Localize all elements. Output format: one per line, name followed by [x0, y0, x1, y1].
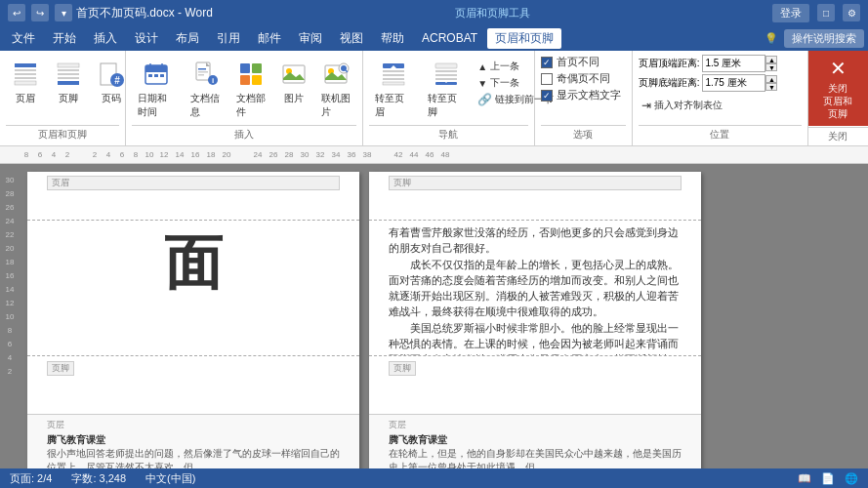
- status-bar: 页面: 2/4 字数: 3,248 中文(中国) 📖 📄 🌐: [0, 468, 868, 488]
- footer-bottom-arrows: ▲ ▼: [765, 75, 777, 91]
- show-doc-text-label: 显示文档文字: [557, 88, 621, 102]
- menu-bar: 文件 开始 插入 设计 布局 引用 邮件 审阅 视图 帮助 ACROBAT 页眉…: [0, 25, 868, 51]
- page-num-label: 页码: [102, 92, 121, 105]
- header-icon: [10, 59, 41, 90]
- menu-layout[interactable]: 布局: [168, 28, 207, 49]
- doc-info-btn[interactable]: i 文档信息: [185, 55, 227, 123]
- ruler-mark: 18: [203, 150, 219, 159]
- odd-even-label: 奇偶页不同: [557, 71, 610, 86]
- header-top-down[interactable]: ▼: [765, 63, 777, 71]
- svg-rect-31: [283, 65, 305, 83]
- view-web[interactable]: 🌐: [845, 472, 858, 485]
- menu-help[interactable]: 帮助: [373, 28, 412, 49]
- ruler-mark: 44: [406, 150, 422, 159]
- page1-footer: 页脚: [27, 355, 359, 414]
- goto-footer-btn[interactable]: 转至页脚: [422, 55, 471, 123]
- svg-rect-2: [15, 73, 36, 75]
- undo-btn[interactable]: ↩: [8, 4, 25, 21]
- menu-home[interactable]: 开始: [45, 28, 84, 49]
- ruler-mark: 46: [422, 150, 437, 159]
- ruler-mark: 10: [143, 150, 156, 159]
- svg-rect-39: [383, 70, 404, 72]
- margin-20: 20: [0, 242, 20, 256]
- ruler-mark: 36: [344, 150, 359, 159]
- nav-section-title: 导航: [369, 125, 527, 142]
- search-box[interactable]: 操作说明搜索: [784, 29, 864, 48]
- page1-big-char: 面: [47, 224, 340, 303]
- view-read[interactable]: 📖: [798, 472, 811, 485]
- settings-icon[interactable]: ⚙: [843, 4, 860, 21]
- footer-label: 页脚: [59, 92, 78, 105]
- svg-rect-22: [198, 68, 206, 70]
- ribbon-section-position: 页眉顶端距离: ▲ ▼ 页脚底端距离: ▲ ▼: [633, 51, 808, 145]
- min-btn[interactable]: □: [817, 4, 835, 21]
- header-btn[interactable]: 页眉: [6, 55, 45, 109]
- close-section-title: 关闭: [808, 127, 868, 145]
- page-2[interactable]: 页脚 有着曹雪芹般家世没落的经历，否则他更多的只会感觉到身边的朋友对自己都很好。…: [369, 172, 701, 478]
- margin-18: 18: [0, 256, 20, 269]
- ruler-mark: 2: [61, 150, 74, 159]
- menu-design[interactable]: 设计: [127, 28, 166, 49]
- first-diff-option[interactable]: ✓ 首页不同: [541, 55, 626, 69]
- footer-bottom-input[interactable]: [702, 74, 765, 92]
- margin-8: 8: [0, 324, 20, 338]
- ruler-mark: 42: [391, 150, 406, 159]
- goto-header-label: 转至页眉: [375, 92, 412, 119]
- page2-footer-label: 页脚: [389, 361, 416, 376]
- odd-even-option[interactable]: 奇偶页不同: [541, 71, 626, 86]
- online-pic-btn[interactable]: 联机图片: [315, 55, 357, 123]
- datetime-btn[interactable]: 日期和时间: [132, 55, 181, 123]
- footer-btn[interactable]: 页脚: [49, 55, 88, 109]
- goto-header-btn[interactable]: 转至页眉: [369, 55, 418, 123]
- svg-rect-5: [58, 63, 79, 67]
- close-label: 关闭页眉和页脚: [820, 82, 856, 120]
- doc-parts-btn[interactable]: 文档部件: [230, 55, 272, 123]
- svg-rect-40: [383, 74, 404, 76]
- svg-rect-24: [198, 74, 204, 76]
- show-doc-text-option[interactable]: ✓ 显示文档文字: [541, 88, 626, 102]
- menu-header-footer[interactable]: 页眉和页脚: [487, 28, 561, 49]
- close-hf-btn[interactable]: ✕ 关闭页眉和页脚: [808, 51, 868, 126]
- view-layout[interactable]: 📄: [821, 472, 835, 485]
- menu-file[interactable]: 文件: [4, 28, 43, 49]
- options-section-title: 选项: [541, 125, 626, 142]
- margin-2: 2: [0, 365, 20, 379]
- ruler-mark: 38: [359, 150, 375, 159]
- odd-even-checkbox[interactable]: [541, 73, 553, 85]
- ruler-mark: 16: [187, 150, 203, 159]
- header-top-input[interactable]: [702, 55, 765, 72]
- menu-acrobat[interactable]: ACROBAT: [414, 29, 485, 47]
- search-area: 💡 操作说明搜索: [765, 29, 864, 48]
- picture-btn[interactable]: 图片: [275, 55, 310, 109]
- doc-parts-icon: [235, 59, 267, 90]
- insert-buttons: 日期和时间 i 文档信息: [132, 55, 356, 125]
- page1-layer-label: 页层: [47, 419, 64, 431]
- margin-22: 22: [0, 228, 20, 242]
- footer-bottom-down[interactable]: ▼: [765, 83, 777, 91]
- word-count: 字数: 3,248: [71, 471, 126, 486]
- insert-tab-label: 插入对齐制表位: [654, 99, 723, 112]
- redo-btn[interactable]: ↪: [31, 4, 49, 21]
- menu-insert[interactable]: 插入: [86, 28, 125, 49]
- show-doc-text-checkbox[interactable]: ✓: [541, 90, 553, 102]
- svg-rect-44: [435, 70, 457, 72]
- ruler-mark: 30: [297, 150, 312, 159]
- first-diff-checkbox[interactable]: ✓: [541, 57, 553, 68]
- app-section: 页眉和页脚工具: [455, 6, 530, 20]
- page1-content[interactable]: 面: [27, 221, 359, 355]
- header-top-up[interactable]: ▲: [765, 56, 777, 63]
- ruler-mark: 32: [312, 150, 328, 159]
- menu-mail[interactable]: 邮件: [250, 28, 289, 49]
- footer-bottom-up[interactable]: ▲: [765, 75, 777, 83]
- page2-para3: 美国总统罗斯福小时候非常胆小。他的脸上经常显现出一种恐惧的表情。在上课的时候，他…: [389, 322, 679, 355]
- margin-numbers: 30 28 26 24 22 20 18 16 14 12 10 8 6 4 2: [0, 164, 20, 379]
- customize-btn[interactable]: ▾: [55, 4, 72, 21]
- page-1[interactable]: 页眉 面 页脚 页层 腾飞教育课堂 很小声地回答老师提出的问题，然后像泄了气的皮…: [27, 172, 359, 478]
- insert-tab-btn[interactable]: ⇥ 插入对齐制表位: [639, 98, 802, 113]
- menu-references[interactable]: 引用: [209, 28, 248, 49]
- menu-review[interactable]: 审阅: [291, 28, 330, 49]
- header-top-row: 页眉顶端距离: ▲ ▼: [639, 55, 802, 72]
- page2-content[interactable]: 有着曹雪芹般家世没落的经历，否则他更多的只会感觉到身边的朋友对自己都很好。 成长…: [369, 221, 701, 355]
- menu-view[interactable]: 视图: [332, 28, 371, 49]
- signin-btn[interactable]: 登录: [772, 4, 809, 22]
